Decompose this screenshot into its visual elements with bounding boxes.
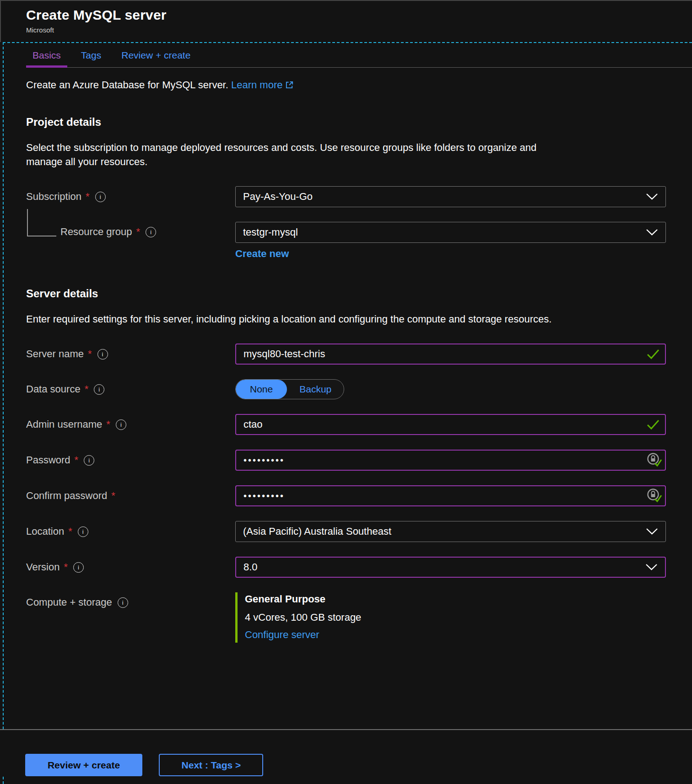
server-details-description: Enter required settings for this server,… [26, 312, 575, 326]
data-source-field-cell: None Backup [235, 379, 666, 399]
required-asterisk: * [111, 490, 115, 502]
info-icon[interactable]: i [97, 349, 108, 360]
required-asterisk: * [75, 454, 79, 466]
chevron-down-icon [646, 229, 658, 236]
info-icon[interactable]: i [73, 562, 84, 573]
resource-group-value: testgr-mysql [243, 226, 298, 238]
server-details-form: Server name * i Data source * i [26, 344, 667, 643]
password-valid-lock-icon [647, 452, 662, 468]
learn-more-label: Learn more [231, 79, 283, 91]
toggle-option-none[interactable]: None [236, 380, 287, 399]
version-label-cell: Version * i [26, 561, 235, 573]
info-icon[interactable]: i [146, 227, 156, 237]
compute-tier: General Purpose [245, 593, 666, 605]
info-icon[interactable]: i [118, 597, 128, 608]
password-row: Password * i [26, 450, 667, 471]
create-mysql-server-blade: Create MySQL server Microsoft Basics Tag… [0, 0, 692, 784]
location-dropdown[interactable]: (Asia Pacific) Australia Southeast [235, 521, 666, 542]
required-asterisk: * [68, 526, 72, 537]
password-field-cell [235, 450, 666, 471]
required-asterisk: * [86, 191, 90, 203]
tab-tags[interactable]: Tags [75, 47, 108, 67]
resource-group-label: Resource group [60, 226, 132, 238]
required-asterisk: * [136, 226, 141, 238]
version-label: Version [26, 561, 59, 573]
password-label-cell: Password * i [26, 454, 235, 466]
resource-group-dropdown[interactable]: testgr-mysql [235, 222, 666, 243]
subscription-dropdown[interactable]: Pay-As-You-Go [235, 186, 666, 207]
info-icon[interactable]: i [116, 419, 126, 430]
project-details-description: Select the subscription to manage deploy… [26, 140, 575, 169]
subscription-field-cell: Pay-As-You-Go [235, 186, 666, 207]
chevron-down-icon [645, 564, 658, 571]
resource-group-label-cell: Resource group * i [26, 226, 235, 238]
chevron-down-icon [646, 193, 658, 200]
server-name-label-cell: Server name * i [26, 348, 235, 360]
subscription-resource-connector [27, 209, 56, 236]
confirm-password-field-cell [235, 485, 666, 506]
intro-line: Create an Azure Database for MySQL serve… [26, 79, 667, 91]
subscription-label: Subscription [26, 191, 81, 203]
server-name-input[interactable] [235, 344, 666, 365]
server-name-field-cell [235, 344, 666, 365]
required-asterisk: * [85, 383, 89, 395]
configure-server-link[interactable]: Configure server [245, 629, 319, 641]
required-asterisk: * [106, 419, 110, 430]
required-asterisk: * [88, 348, 92, 360]
confirm-password-label-cell: Confirm password * [26, 490, 235, 502]
chevron-down-icon [646, 528, 658, 535]
version-row: Version * i 8.0 [26, 557, 667, 578]
location-label-cell: Location * i [26, 526, 235, 537]
subscription-value: Pay-As-You-Go [243, 191, 313, 203]
info-icon[interactable]: i [84, 455, 94, 466]
wizard-content-region: Basics Tags Review + create Create an Az… [3, 42, 692, 784]
compute-storage-label-cell: Compute + storage i [26, 596, 235, 608]
version-value: 8.0 [243, 561, 258, 573]
admin-username-input[interactable] [235, 414, 666, 435]
location-row: Location * i (Asia Pacific) Australia So… [26, 521, 667, 542]
admin-username-label: Admin username [26, 419, 102, 430]
server-name-label: Server name [26, 348, 84, 360]
data-source-label: Data source [26, 383, 81, 395]
password-label: Password [26, 454, 70, 466]
compute-storage-field-cell: General Purpose 4 vCores, 100 GB storage… [235, 592, 666, 643]
password-valid-lock-icon [647, 488, 662, 504]
password-input[interactable] [235, 450, 666, 471]
next-tags-button[interactable]: Next : Tags > [159, 754, 263, 776]
tab-review-create[interactable]: Review + create [115, 47, 197, 67]
confirm-password-label: Confirm password [26, 490, 107, 502]
info-icon[interactable]: i [94, 384, 104, 395]
version-field-cell: 8.0 [235, 557, 666, 578]
review-create-button[interactable]: Review + create [25, 754, 142, 776]
data-source-row: Data source * i None Backup [26, 379, 667, 399]
compute-config: 4 vCores, 100 GB storage [245, 612, 666, 623]
resource-group-field-cell: testgr-mysql Create new [235, 222, 666, 260]
tab-bar: Basics Tags Review + create [26, 43, 692, 68]
required-asterisk: * [64, 561, 68, 573]
tab-basics[interactable]: Basics [26, 47, 67, 67]
learn-more-link[interactable]: Learn more [231, 79, 294, 91]
toggle-option-backup[interactable]: Backup [287, 380, 344, 399]
location-field-cell: (Asia Pacific) Australia Southeast [235, 521, 666, 542]
create-new-link[interactable]: Create new [235, 248, 289, 260]
admin-username-row: Admin username * i [26, 414, 667, 435]
blade-header: Create MySQL server Microsoft [0, 1, 692, 42]
confirm-password-row: Confirm password * [26, 485, 667, 506]
confirm-password-input[interactable] [235, 485, 666, 506]
valid-check-icon [646, 419, 660, 430]
data-source-label-cell: Data source * i [26, 383, 235, 395]
info-icon[interactable]: i [78, 526, 88, 537]
location-label: Location [26, 526, 64, 537]
info-icon[interactable]: i [95, 192, 106, 202]
compute-storage-row: Compute + storage i General Purpose 4 vC… [26, 592, 667, 643]
subscription-row: Subscription * i Pay-As-You-Go [26, 186, 667, 207]
server-name-row: Server name * i [26, 344, 667, 365]
section-heading-server-details: Server details [26, 287, 667, 300]
compute-storage-summary: General Purpose 4 vCores, 100 GB storage… [235, 592, 666, 643]
footer-bar: Review + create Next : Tags > [0, 729, 692, 776]
section-heading-project-details: Project details [26, 116, 667, 129]
project-details-form: Subscription * i Pay-As-You-Go Resource … [26, 186, 667, 260]
subscription-label-cell: Subscription * i [26, 191, 235, 203]
basics-tab-content: Create an Azure Database for MySQL serve… [4, 79, 692, 643]
version-dropdown[interactable]: 8.0 [235, 557, 666, 578]
